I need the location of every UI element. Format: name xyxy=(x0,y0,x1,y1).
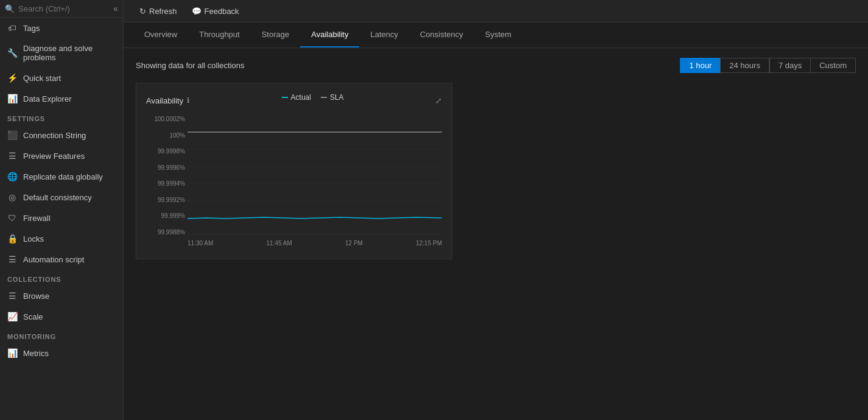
time-filter-7days[interactable]: 7 days xyxy=(769,58,811,73)
availability-chart-card: Availability ℹ Actual SLA ⤢ xyxy=(136,83,452,259)
diagnose-icon: 🔧 xyxy=(7,48,17,58)
content-header: Showing data for all collections 1 hour … xyxy=(136,58,856,73)
sidebar-item-firewall[interactable]: 🛡 Firewall xyxy=(0,208,123,228)
preview-features-icon: ☰ xyxy=(7,151,17,161)
search-bar[interactable]: 🔍 « xyxy=(0,0,123,18)
chart-card-header: Availability ℹ Actual SLA ⤢ xyxy=(146,93,442,108)
legend-actual-label: Actual xyxy=(291,93,311,102)
sidebar-item-preview-features[interactable]: ☰ Preview Features xyxy=(0,145,123,166)
chart-legend: Actual SLA xyxy=(282,93,344,102)
search-icon: 🔍 xyxy=(5,4,15,13)
legend-sla: SLA xyxy=(321,93,344,102)
refresh-label: Refresh xyxy=(149,7,177,16)
sidebar-item-replicate-data[interactable]: 🌐 Replicate data globally xyxy=(0,166,123,187)
scale-icon: 📈 xyxy=(7,312,17,321)
tabs-bar: Overview Throughput Storage Availability… xyxy=(124,23,868,48)
chart-info-icon[interactable]: ℹ xyxy=(187,96,190,105)
legend-sla-label: SLA xyxy=(330,93,344,102)
sidebar-item-diagnose[interactable]: 🔧 Diagnose and solve problems xyxy=(0,38,123,68)
x-axis-labels: 11:30 AM 11:45 AM 12 PM 12:15 PM xyxy=(187,237,442,249)
sidebar-item-label: Metrics xyxy=(23,349,49,358)
sidebar-item-connection-string[interactable]: ⬛ Connection String xyxy=(0,125,123,145)
sidebar-item-data-explorer[interactable]: 📊 Data Explorer xyxy=(0,88,123,109)
y-label-7: 99.9988% xyxy=(146,229,187,236)
tab-availability[interactable]: Availability xyxy=(300,23,359,47)
tab-throughput[interactable]: Throughput xyxy=(188,23,251,47)
sidebar-item-scale[interactable]: 📈 Scale xyxy=(0,306,123,327)
tab-system[interactable]: System xyxy=(474,23,522,47)
sidebar-item-tags[interactable]: 🏷 Tags xyxy=(0,18,123,38)
feedback-icon: 💬 xyxy=(192,7,201,16)
data-explorer-icon: 📊 xyxy=(7,94,17,103)
sidebar: 🔍 « 🏷 Tags 🔧 Diagnose and solve problems… xyxy=(0,0,124,420)
showing-text: Showing data for all collections xyxy=(136,61,245,70)
y-label-5: 99.9992% xyxy=(146,197,187,203)
sidebar-item-label: Browse xyxy=(23,292,49,301)
sidebar-item-label: Automation script xyxy=(23,255,84,264)
x-label-3: 12:15 PM xyxy=(416,240,442,247)
chart-expand-button[interactable]: ⤢ xyxy=(435,96,442,105)
chart-title: Availability ℹ xyxy=(146,96,190,105)
sidebar-item-browse[interactable]: ☰ Browse xyxy=(0,285,123,306)
sidebar-item-automation-script[interactable]: ☰ Automation script xyxy=(0,249,123,270)
time-filter-1hour[interactable]: 1 hour xyxy=(680,58,720,73)
sidebar-item-default-consistency[interactable]: ◎ Default consistency xyxy=(0,187,123,208)
settings-section-label: SETTINGS xyxy=(0,109,123,125)
locks-icon: 🔒 xyxy=(7,234,17,243)
sidebar-item-label: Diagnose and solve problems xyxy=(23,44,116,62)
time-filter-24hours[interactable]: 24 hours xyxy=(720,58,769,73)
chart-area: 100.0002% 100% 99.9998% 99.9996% 99.9994… xyxy=(146,115,442,249)
refresh-icon: ↻ xyxy=(139,7,146,16)
y-label-6: 99.999% xyxy=(146,213,187,219)
y-label-1: 100% xyxy=(146,133,187,139)
y-axis-labels: 100.0002% 100% 99.9998% 99.9996% 99.9994… xyxy=(146,115,187,237)
x-label-1: 11:45 AM xyxy=(267,240,292,247)
tab-latency[interactable]: Latency xyxy=(359,23,409,47)
tab-storage[interactable]: Storage xyxy=(251,23,301,47)
tab-overview[interactable]: Overview xyxy=(133,23,188,47)
monitoring-section-label: MONITORING xyxy=(0,327,123,343)
automation-script-icon: ☰ xyxy=(7,254,17,264)
legend-actual: Actual xyxy=(282,93,311,102)
y-label-4: 99.9994% xyxy=(146,181,187,187)
main-content: ↻ Refresh 💬 Feedback Overview Throughput… xyxy=(124,0,868,420)
sidebar-item-locks[interactable]: 🔒 Locks xyxy=(0,228,123,249)
feedback-label: Feedback xyxy=(205,7,239,16)
sidebar-item-label: Tags xyxy=(23,24,40,33)
x-label-0: 11:30 AM xyxy=(187,240,213,247)
browse-icon: ☰ xyxy=(7,291,17,301)
sidebar-item-label: Firewall xyxy=(23,214,51,223)
time-filters: 1 hour 24 hours 7 days Custom xyxy=(680,58,856,73)
firewall-icon: 🛡 xyxy=(7,213,17,223)
metrics-icon: 📊 xyxy=(7,348,17,358)
time-filter-custom[interactable]: Custom xyxy=(811,58,856,73)
quick-start-icon: ⚡ xyxy=(7,73,17,83)
sidebar-item-label: Locks xyxy=(23,234,44,243)
x-label-2: 12 PM xyxy=(345,240,363,247)
sidebar-item-label: Preview Features xyxy=(23,152,85,161)
chart-svg xyxy=(187,115,442,237)
legend-sla-color xyxy=(321,97,327,98)
sidebar-item-label: Default consistency xyxy=(23,193,92,202)
collapse-button[interactable]: « xyxy=(113,4,118,13)
tab-consistency[interactable]: Consistency xyxy=(409,23,474,47)
connection-string-icon: ⬛ xyxy=(7,130,17,140)
search-input[interactable] xyxy=(18,4,113,13)
feedback-button[interactable]: 💬 Feedback xyxy=(186,4,245,18)
collections-section-label: COLLECTIONS xyxy=(0,270,123,285)
sidebar-item-metrics[interactable]: 📊 Metrics xyxy=(0,343,123,363)
content-area: Showing data for all collections 1 hour … xyxy=(124,48,868,420)
tags-icon: 🏷 xyxy=(7,23,17,33)
sidebar-item-label: Data Explorer xyxy=(23,94,71,103)
y-label-0: 100.0002% xyxy=(146,116,187,122)
sidebar-item-quick-start[interactable]: ⚡ Quick start xyxy=(0,68,123,88)
sidebar-item-label: Replicate data globally xyxy=(23,172,103,181)
sidebar-item-label: Quick start xyxy=(23,74,61,83)
y-label-3: 99.9996% xyxy=(146,165,187,171)
refresh-button[interactable]: ↻ Refresh xyxy=(133,4,183,18)
replicate-data-icon: 🌐 xyxy=(7,172,17,181)
y-label-2: 99.9998% xyxy=(146,149,187,155)
toolbar: ↻ Refresh 💬 Feedback xyxy=(124,0,868,23)
sidebar-item-label: Scale xyxy=(23,312,43,321)
default-consistency-icon: ◎ xyxy=(7,192,17,202)
